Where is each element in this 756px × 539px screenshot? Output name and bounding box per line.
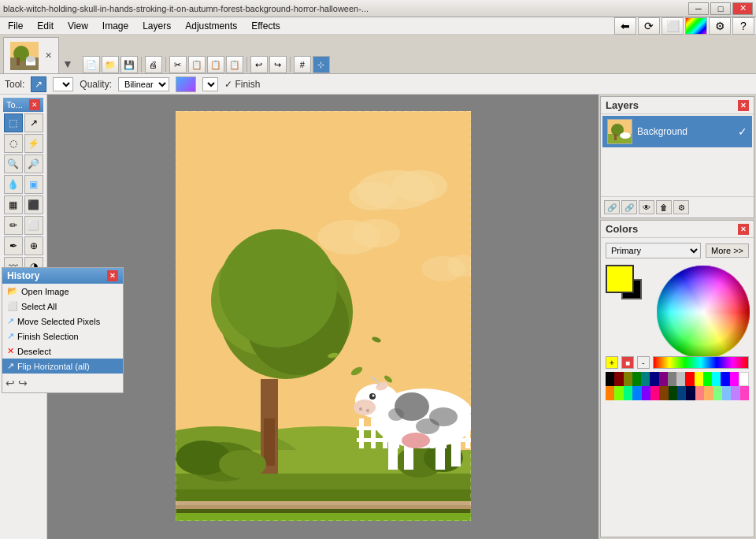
settings-btn[interactable]: ⚙ bbox=[709, 17, 731, 35]
menu-effects[interactable]: Effects bbox=[245, 19, 286, 33]
tool-select[interactable] bbox=[53, 77, 73, 91]
history-item-0[interactable]: 📂 Open Image bbox=[2, 284, 123, 299]
tb-move[interactable]: ⊹ bbox=[313, 56, 330, 73]
tab-dropdown-arrow[interactable]: ▼ bbox=[59, 54, 76, 73]
tb-save[interactable]: 💾 bbox=[120, 56, 138, 73]
palette-gray[interactable] bbox=[668, 372, 676, 386]
history-close-button[interactable]: ✕ bbox=[107, 270, 118, 281]
tool-clone[interactable]: ⊕ bbox=[24, 236, 43, 255]
menu-adjustments[interactable]: Adjustments bbox=[179, 19, 243, 33]
menu-edit[interactable]: Edit bbox=[31, 19, 60, 33]
tb-new[interactable]: 📄 bbox=[83, 56, 100, 73]
palette-darkgreen[interactable] bbox=[669, 386, 677, 400]
blend-select[interactable] bbox=[202, 77, 218, 91]
palette-brown[interactable] bbox=[659, 386, 668, 400]
color-sample-button[interactable]: ■ bbox=[621, 356, 634, 369]
tool-paint-bucket[interactable]: ▣ bbox=[24, 175, 43, 194]
layers-close-button[interactable]: ✕ bbox=[738, 100, 749, 111]
tool-lasso[interactable]: ◌ bbox=[4, 134, 23, 153]
help-btn[interactable]: ? bbox=[732, 17, 754, 35]
palette-darkred[interactable] bbox=[614, 372, 623, 386]
canvas-area[interactable] bbox=[47, 95, 598, 539]
history-item-1[interactable]: ⬜ Select All bbox=[2, 299, 123, 314]
undo-history-button[interactable]: ↩ bbox=[6, 377, 15, 389]
menu-image[interactable]: Image bbox=[96, 19, 135, 33]
tab-image[interactable]: ✕ bbox=[3, 37, 59, 73]
palette-white[interactable] bbox=[739, 372, 749, 386]
color-wheel[interactable] bbox=[656, 265, 750, 359]
color-option-btn[interactable] bbox=[176, 76, 196, 92]
palette-chartreuse[interactable] bbox=[614, 386, 623, 400]
palette-azure[interactable] bbox=[632, 386, 641, 400]
palette-purple[interactable] bbox=[659, 372, 668, 386]
tb-grid[interactable]: # bbox=[294, 56, 311, 73]
palette-yellow[interactable] bbox=[695, 372, 703, 386]
tool-gradient[interactable]: ▦ bbox=[4, 195, 23, 214]
layer-add-button[interactable]: 🔗 bbox=[604, 200, 620, 214]
palette-lime[interactable] bbox=[703, 372, 712, 386]
tb-print[interactable]: 🖨 bbox=[145, 56, 162, 73]
palette-darkblue[interactable] bbox=[686, 386, 695, 400]
quality-select[interactable]: Bilinear bbox=[118, 77, 169, 91]
menu-file[interactable]: File bbox=[2, 19, 29, 33]
layer-link-button[interactable]: 🔗 bbox=[621, 200, 637, 214]
tool-eyedropper[interactable]: 💧 bbox=[4, 175, 23, 194]
nav-btn-3[interactable]: ⬜ bbox=[662, 17, 684, 35]
nav-btn-1[interactable]: ⬅ bbox=[614, 17, 636, 35]
menu-view[interactable]: View bbox=[61, 19, 94, 33]
palette-blue[interactable] bbox=[721, 372, 729, 386]
colors-close-button[interactable]: ✕ bbox=[738, 224, 749, 235]
history-item-3[interactable]: ↗ Finish Selection bbox=[2, 329, 123, 344]
palette-peach[interactable] bbox=[704, 386, 713, 400]
tb-paste2[interactable]: 📋 bbox=[226, 56, 243, 73]
palette-lavender[interactable] bbox=[731, 386, 739, 400]
palette-lightblue[interactable] bbox=[722, 386, 731, 400]
tb-cut[interactable]: ✂ bbox=[169, 56, 187, 73]
menu-layers[interactable]: Layers bbox=[136, 19, 177, 33]
tb-copy[interactable]: 📋 bbox=[188, 56, 206, 73]
minimize-button[interactable]: ─ bbox=[688, 2, 709, 15]
layer-item-background[interactable]: Background ✓ bbox=[602, 116, 752, 147]
tb-open[interactable]: 📁 bbox=[102, 56, 119, 73]
palette-hotpink[interactable] bbox=[740, 386, 749, 400]
palette-aqua[interactable] bbox=[712, 372, 721, 386]
color-delete-button[interactable]: - bbox=[637, 356, 650, 369]
history-item-4[interactable]: ✕ Deselect bbox=[2, 344, 123, 359]
history-item-5[interactable]: ↗ Flip Horizontal (all) bbox=[2, 359, 123, 374]
palette-spring[interactable] bbox=[624, 386, 632, 400]
color-wheel-container[interactable] bbox=[656, 265, 743, 351]
tool-pencil[interactable]: ✒ bbox=[4, 236, 23, 255]
color-add-button[interactable]: + bbox=[606, 356, 618, 369]
nav-btn-4[interactable] bbox=[685, 17, 707, 35]
tb-paste[interactable]: 📋 bbox=[207, 56, 224, 73]
history-item-2[interactable]: ↗ Move Selected Pixels bbox=[2, 314, 123, 329]
palette-pink[interactable] bbox=[695, 386, 704, 400]
tool-zoom-in[interactable]: 🔎 bbox=[24, 154, 43, 173]
palette-teal[interactable] bbox=[641, 372, 650, 386]
tool-cursor-icon[interactable]: ↗ bbox=[31, 76, 46, 92]
maximize-button[interactable]: □ bbox=[710, 2, 731, 15]
tool-select-rect[interactable]: ⬚ bbox=[4, 113, 23, 132]
layer-visibility-check[interactable]: ✓ bbox=[738, 125, 747, 138]
tool-move[interactable]: ↗ bbox=[24, 113, 43, 132]
palette-green[interactable] bbox=[632, 372, 641, 386]
tool-magic-wand[interactable]: ⚡ bbox=[24, 134, 43, 153]
palette-lightgreen[interactable] bbox=[713, 386, 722, 400]
primary-color-swatch[interactable] bbox=[606, 265, 634, 293]
layer-more-button[interactable]: ⚙ bbox=[673, 200, 689, 214]
colors-more-button[interactable]: More >> bbox=[706, 243, 749, 258]
tab-close-icon[interactable]: ✕ bbox=[45, 50, 52, 61]
close-button[interactable]: ✕ bbox=[732, 2, 753, 15]
layer-delete-button[interactable]: 🗑 bbox=[656, 200, 672, 214]
palette-fuchsia[interactable] bbox=[730, 372, 739, 386]
palette-darkcyan[interactable] bbox=[677, 386, 686, 400]
palette-black[interactable] bbox=[606, 372, 614, 386]
finish-button[interactable]: ✓ Finish bbox=[224, 79, 260, 90]
redo-history-button[interactable]: ↪ bbox=[18, 377, 28, 389]
palette-navy[interactable] bbox=[650, 372, 658, 386]
tb-redo[interactable]: ↪ bbox=[269, 56, 287, 73]
tool-zoom-out[interactable]: 🔍 bbox=[4, 154, 23, 173]
palette-violet[interactable] bbox=[642, 386, 650, 400]
palette-silver[interactable] bbox=[676, 372, 685, 386]
palette-orange[interactable] bbox=[606, 386, 614, 400]
